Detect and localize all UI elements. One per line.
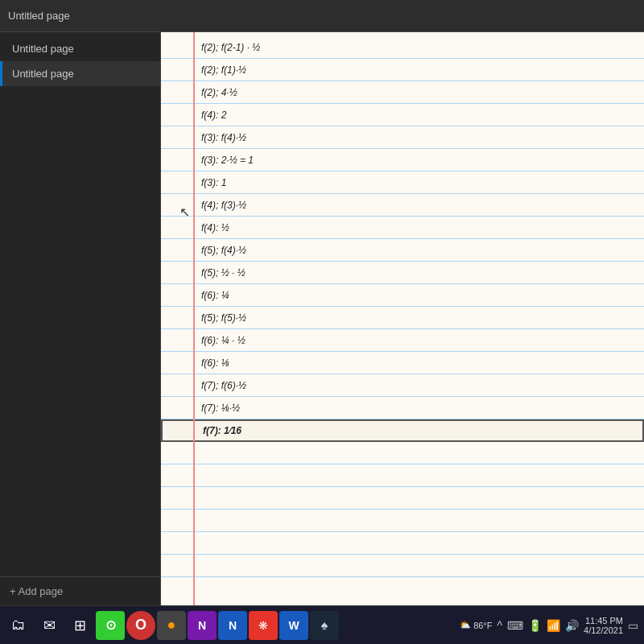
add-page-button[interactable]: + Add page xyxy=(0,576,160,605)
line-content-10: f(5); ½ · ½ xyxy=(201,267,246,279)
taskbar-game[interactable]: ● xyxy=(157,611,186,640)
line-content-17: f(7): 1⁄16 xyxy=(203,425,242,436)
word-icon: W xyxy=(288,619,299,632)
taskbar: 🗂 ✉ ⊞ ⊙ O ● N N ❋ W ♠ ⛅ 86°F xyxy=(0,605,644,644)
clock-date: 4/12/2021 xyxy=(584,625,623,635)
weather-temp: 86°F xyxy=(473,621,492,630)
line-row-17: f(7): 1⁄16 xyxy=(161,419,644,442)
line-content-7: f(4); f(3)·½ xyxy=(201,200,246,211)
line-row-6: f(3): 1 xyxy=(161,171,644,194)
line-content-3: f(4): 2 xyxy=(201,109,226,121)
sidebar: Untitled page Untitled page + Add page xyxy=(0,32,161,605)
line-content-8: f(4): ½ xyxy=(201,222,229,233)
top-bar: Untitled page xyxy=(0,0,644,32)
top-bar-title: Untitled page xyxy=(8,10,70,22)
taskbar-file-explorer[interactable]: 🗂 xyxy=(4,611,33,640)
sidebar-item-1[interactable]: Untitled page xyxy=(0,61,160,86)
sidebar-item-label-1: Untitled page xyxy=(12,68,74,80)
language-icon: ⌨ xyxy=(506,617,525,634)
line-row-14: f(6): ⅛ xyxy=(161,352,644,374)
taskbar-clock: 11:45 PM 4/12/2021 xyxy=(584,616,623,635)
taskbar-right: ⛅ 86°F ^ ⌨ 🔋 📶 🔊 11:45 PM 4/12/2021 ▭ xyxy=(460,616,640,635)
chrome-icon: ⊙ xyxy=(105,617,116,633)
line-row-22 xyxy=(161,532,644,555)
taskbar-app1[interactable]: ❋ xyxy=(249,611,278,640)
taskbar-onenote2[interactable]: N xyxy=(218,611,247,640)
line-row-15: f(7); f(6)·½ xyxy=(161,374,644,397)
line-content-12: f(5); f(5)·½ xyxy=(201,312,246,324)
line-row-12: f(5); f(5)·½ xyxy=(161,307,644,329)
sidebar-item-0[interactable]: Untitled page xyxy=(0,36,160,61)
line-content-4: f(3): f(4)·½ xyxy=(201,132,246,143)
taskbar-mail[interactable]: ✉ xyxy=(35,611,64,640)
line-row-20 xyxy=(161,487,644,510)
steam-icon: ♠ xyxy=(321,618,328,633)
chevron-up-icon[interactable]: ^ xyxy=(495,617,504,634)
line-content-5: f(3): 2·½ = 1 xyxy=(201,155,254,166)
add-page-label: + Add page xyxy=(10,585,63,597)
content-area: ↖ f(2); f(2-1) · ½ f(2); f(1)·½ f(2); 4·… xyxy=(161,32,644,605)
line-row-13: f(6): ¼ · ½ xyxy=(161,329,644,352)
weather-icon: ⛅ xyxy=(460,620,471,630)
wifi-icon: 📶 xyxy=(545,617,562,634)
taskbar-opera[interactable]: O xyxy=(126,611,155,640)
line-row-16: f(7): ⅛·½ xyxy=(161,397,644,419)
line-row-10: f(5); ½ · ½ xyxy=(161,262,644,284)
sidebar-items: Untitled page Untitled page xyxy=(0,32,160,576)
line-content-14: f(6): ⅛ xyxy=(201,357,229,369)
taskbar-start[interactable]: ⊞ xyxy=(65,611,94,640)
line-row-7: f(4); f(3)·½ xyxy=(161,194,644,217)
line-row-8: f(4): ½ xyxy=(161,217,644,239)
onenote2-icon: N xyxy=(229,619,237,632)
taskbar-onenote1[interactable]: N xyxy=(188,611,217,640)
app1-icon: ❋ xyxy=(258,619,268,632)
line-content-1: f(2); f(1)·½ xyxy=(201,64,246,76)
line-content-6: f(3): 1 xyxy=(201,177,226,188)
battery-icon: 🔋 xyxy=(526,617,543,634)
sidebar-item-label-0: Untitled page xyxy=(12,43,74,55)
clock-time: 11:45 PM xyxy=(584,616,623,625)
opera-icon: O xyxy=(135,617,147,634)
app-container: Untitled page Untitled page Untitled pag… xyxy=(0,0,644,644)
line-row-9: f(5); f(4)·½ xyxy=(161,239,644,262)
line-row-5: f(3): 2·½ = 1 xyxy=(161,149,644,171)
taskbar-sys-icons: ^ ⌨ 🔋 📶 🔊 xyxy=(495,617,580,634)
line-row-4: f(3): f(4)·½ xyxy=(161,126,644,149)
line-row-23 xyxy=(161,555,644,577)
line-content-0: f(2); f(2-1) · ½ xyxy=(201,42,260,53)
volume-icon: 🔊 xyxy=(564,617,580,634)
line-content-13: f(6): ¼ · ½ xyxy=(201,335,246,346)
onenote1-icon: N xyxy=(198,619,206,632)
game-icon: ● xyxy=(167,617,176,634)
line-row-0: f(2); f(2-1) · ½ xyxy=(161,36,644,59)
line-content-9: f(5); f(4)·½ xyxy=(201,245,246,256)
show-desktop-icon[interactable]: ▭ xyxy=(626,617,640,634)
notebook-paper: ↖ f(2); f(2-1) · ½ f(2); f(1)·½ f(2); 4·… xyxy=(161,32,644,605)
taskbar-word[interactable]: W xyxy=(279,611,308,640)
line-row-11: f(6): ¼ xyxy=(161,284,644,307)
line-content-15: f(7); f(6)·½ xyxy=(201,380,246,391)
line-row-1: f(2); f(1)·½ xyxy=(161,59,644,81)
taskbar-weather: ⛅ 86°F xyxy=(460,620,492,630)
taskbar-steam[interactable]: ♠ xyxy=(310,611,339,640)
taskbar-chrome[interactable]: ⊙ xyxy=(96,611,125,640)
line-content-16: f(7): ⅛·½ xyxy=(201,402,240,414)
line-content-2: f(2); 4·½ xyxy=(201,87,237,98)
line-row-3: f(4): 2 xyxy=(161,104,644,126)
line-row-18 xyxy=(161,442,644,464)
line-row-21 xyxy=(161,510,644,532)
line-row-19 xyxy=(161,464,644,487)
line-row-2: f(2); 4·½ xyxy=(161,81,644,104)
line-content-11: f(6): ¼ xyxy=(201,290,229,301)
main-area: Untitled page Untitled page + Add page ↖… xyxy=(0,32,644,605)
